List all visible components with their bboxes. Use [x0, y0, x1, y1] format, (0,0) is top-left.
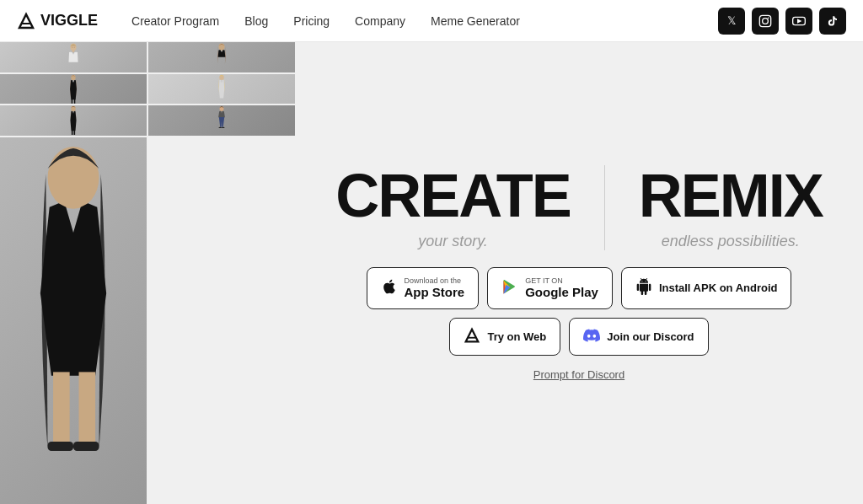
- figure-woman-bot: [0, 137, 147, 504]
- remix-title: REMIX: [639, 165, 823, 226]
- discord-button-label: Join our Discord: [607, 330, 694, 343]
- nav-company[interactable]: Company: [355, 14, 405, 28]
- main-content: CREATE your story. REMIX endless possibi…: [0, 0, 863, 504]
- svg-marker-6: [797, 19, 801, 23]
- image-cell-man-casual: [148, 105, 295, 136]
- android-icon: [635, 278, 652, 298]
- image-cell-woman-white: [148, 74, 295, 105]
- right-panel: CREATE your story. REMIX endless possibi…: [295, 42, 863, 504]
- svg-point-4: [768, 17, 769, 19]
- svg-point-10: [74, 46, 75, 47]
- svg-rect-19: [222, 79, 222, 81]
- cta-buttons-row: Download on the App Store GET IT ON Go: [329, 267, 829, 357]
- nav-creator-program[interactable]: Creator Program: [131, 14, 219, 28]
- instagram-icon[interactable]: [752, 8, 779, 35]
- discord-icon: [583, 327, 600, 346]
- image-grid-panel: [0, 42, 295, 504]
- tiktok-icon[interactable]: [819, 8, 846, 35]
- install-apk-label: Install APK on Android: [659, 281, 778, 294]
- svg-rect-27: [53, 372, 70, 445]
- svg-rect-2: [759, 15, 770, 26]
- nav-blog[interactable]: Blog: [244, 14, 268, 28]
- figure-man-casual: [148, 105, 295, 136]
- svg-rect-13: [222, 51, 223, 52]
- image-cell-woman-black-dress-bot: [0, 137, 147, 504]
- svg-marker-0: [19, 14, 33, 28]
- app-store-label: Download on the App Store: [405, 276, 465, 301]
- svg-rect-12: [220, 51, 221, 52]
- svg-rect-29: [48, 442, 73, 451]
- figure-woman-top: [148, 42, 295, 72]
- svg-point-9: [72, 46, 72, 47]
- youtube-icon[interactable]: [785, 8, 812, 35]
- image-grid: [0, 42, 295, 504]
- viggle-v-icon: [464, 327, 480, 346]
- svg-point-24: [218, 127, 222, 128]
- remix-subtitle: endless possibilities.: [639, 233, 823, 250]
- navbar: VIGGLE Creator Program Blog Pricing Comp…: [0, 0, 863, 42]
- svg-rect-15: [72, 99, 72, 103]
- play-icon: [501, 278, 518, 298]
- svg-rect-21: [72, 131, 73, 135]
- app-store-button[interactable]: Download on the App Store: [367, 267, 480, 310]
- image-cell-woman-black-standing: [0, 105, 147, 136]
- create-subtitle: your story.: [335, 233, 571, 250]
- image-cell-woman-black: [148, 42, 295, 72]
- image-cell-man-white-shirt: [0, 42, 147, 72]
- nav-pricing[interactable]: Pricing: [293, 14, 330, 28]
- svg-point-26: [48, 147, 99, 209]
- figure-woman-white: [148, 74, 295, 105]
- nav-links: Creator Program Blog Pricing Company Mem…: [131, 14, 718, 28]
- google-play-button[interactable]: GET IT ON Google Play: [487, 267, 613, 310]
- svg-marker-31: [466, 330, 479, 342]
- svg-point-25: [222, 127, 225, 128]
- svg-rect-30: [73, 442, 99, 451]
- create-title: CREATE: [335, 165, 571, 226]
- logo[interactable]: VIGGLE: [17, 12, 98, 30]
- install-apk-button[interactable]: Install APK on Android: [621, 267, 792, 310]
- social-icons: 𝕏: [718, 8, 846, 35]
- figure-woman-dress: [0, 74, 147, 105]
- viggle-logo-icon: [17, 12, 35, 30]
- hero-remix-section: REMIX endless possibilities.: [604, 165, 823, 250]
- svg-point-3: [763, 18, 769, 24]
- svg-rect-16: [74, 99, 75, 103]
- logo-text: VIGGLE: [40, 12, 98, 29]
- try-web-label: Try on Web: [487, 330, 546, 343]
- hero-text-row: CREATE your story. REMIX endless possibi…: [329, 165, 829, 250]
- discord-button[interactable]: Join our Discord: [569, 318, 708, 356]
- svg-rect-28: [79, 372, 96, 445]
- figure-woman-standing: [0, 105, 147, 136]
- svg-rect-22: [74, 131, 76, 135]
- nav-meme-generator[interactable]: Meme Generator: [431, 14, 520, 28]
- x-twitter-icon[interactable]: 𝕏: [718, 8, 745, 35]
- svg-rect-18: [221, 79, 222, 81]
- hero-create-section: CREATE your story.: [335, 165, 604, 250]
- discord-link[interactable]: Prompt for Discord: [533, 368, 624, 381]
- google-play-label: GET IT ON Google Play: [525, 276, 598, 301]
- apple-icon: [381, 278, 398, 298]
- figure-man: [0, 42, 147, 72]
- svg-rect-8: [72, 51, 74, 52]
- try-web-button[interactable]: Try on Web: [449, 318, 560, 356]
- image-cell-woman-black-dress: [0, 74, 147, 105]
